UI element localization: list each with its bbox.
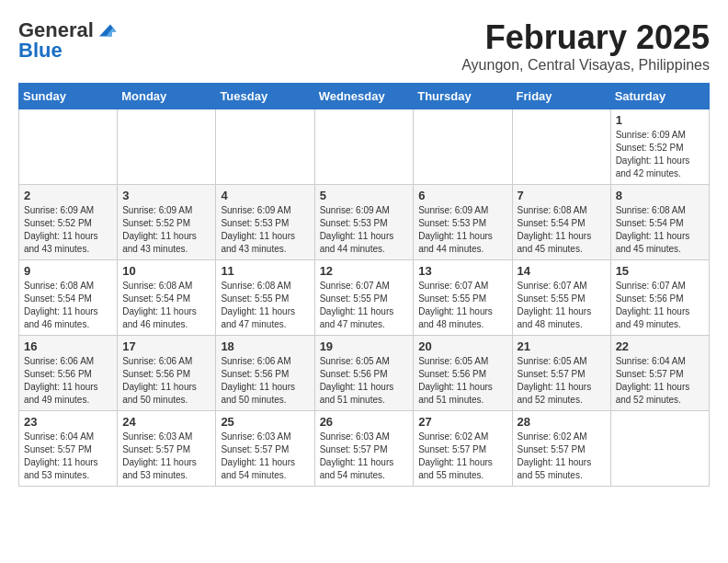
day-cell-9: 9Sunrise: 6:08 AM Sunset: 5:54 PM Daylig…	[19, 260, 118, 336]
day-number: 5	[320, 189, 409, 202]
day-info: Sunrise: 6:07 AM Sunset: 5:55 PM Dayligh…	[320, 280, 409, 331]
day-number: 17	[122, 339, 210, 353]
day-cell-16: 16Sunrise: 6:06 AM Sunset: 5:56 PM Dayli…	[19, 336, 118, 411]
day-cell-14: 14Sunrise: 6:07 AM Sunset: 5:55 PM Dayli…	[512, 260, 610, 336]
day-info: Sunrise: 6:08 AM Sunset: 5:54 PM Dayligh…	[122, 280, 210, 331]
week-row-3: 9Sunrise: 6:08 AM Sunset: 5:54 PM Daylig…	[19, 260, 710, 336]
weekday-header-saturday: Saturday	[610, 84, 709, 109]
day-number: 15	[616, 264, 704, 278]
day-number: 20	[418, 339, 506, 353]
calendar: SundayMondayTuesdayWednesdayThursdayFrid…	[18, 83, 710, 487]
day-cell-19: 19Sunrise: 6:05 AM Sunset: 5:56 PM Dayli…	[314, 336, 414, 411]
logo: General Blue	[18, 18, 118, 63]
location-title: Ayungon, Central Visayas, Philippines	[461, 57, 710, 74]
day-cell-13: 13Sunrise: 6:07 AM Sunset: 5:55 PM Dayli…	[414, 260, 512, 336]
day-cell-4: 4Sunrise: 6:09 AM Sunset: 5:53 PM Daylig…	[216, 185, 314, 260]
day-number: 28	[518, 415, 606, 429]
day-number: 26	[320, 415, 409, 429]
month-title: February 2025	[461, 18, 710, 57]
day-info: Sunrise: 6:03 AM Sunset: 5:57 PM Dayligh…	[122, 431, 210, 482]
weekday-header-wednesday: Wednesday	[314, 84, 414, 109]
day-cell-18: 18Sunrise: 6:06 AM Sunset: 5:56 PM Dayli…	[216, 336, 314, 411]
empty-cell	[216, 109, 314, 185]
day-number: 9	[24, 264, 112, 278]
day-cell-3: 3Sunrise: 6:09 AM Sunset: 5:52 PM Daylig…	[118, 185, 216, 260]
day-cell-27: 27Sunrise: 6:02 AM Sunset: 5:57 PM Dayli…	[414, 411, 512, 487]
empty-cell	[414, 109, 512, 185]
week-row-2: 2Sunrise: 6:09 AM Sunset: 5:52 PM Daylig…	[19, 185, 710, 260]
day-number: 19	[320, 339, 409, 353]
day-number: 16	[24, 339, 112, 353]
day-info: Sunrise: 6:08 AM Sunset: 5:54 PM Dayligh…	[24, 280, 112, 331]
day-info: Sunrise: 6:04 AM Sunset: 5:57 PM Dayligh…	[616, 355, 704, 407]
day-info: Sunrise: 6:08 AM Sunset: 5:54 PM Dayligh…	[518, 204, 606, 256]
day-info: Sunrise: 6:06 AM Sunset: 5:56 PM Dayligh…	[221, 355, 309, 407]
week-row-4: 16Sunrise: 6:06 AM Sunset: 5:56 PM Dayli…	[19, 336, 710, 411]
day-number: 23	[24, 415, 112, 429]
day-number: 3	[122, 189, 210, 202]
day-cell-26: 26Sunrise: 6:03 AM Sunset: 5:57 PM Dayli…	[314, 411, 414, 487]
day-info: Sunrise: 6:09 AM Sunset: 5:52 PM Dayligh…	[24, 204, 112, 256]
day-info: Sunrise: 6:09 AM Sunset: 5:53 PM Dayligh…	[418, 204, 506, 256]
day-cell-7: 7Sunrise: 6:08 AM Sunset: 5:54 PM Daylig…	[512, 185, 610, 260]
day-info: Sunrise: 6:07 AM Sunset: 5:56 PM Dayligh…	[616, 280, 704, 331]
day-number: 25	[221, 415, 309, 429]
day-number: 7	[518, 189, 606, 202]
empty-cell	[610, 411, 709, 487]
day-number: 2	[24, 189, 112, 202]
weekday-header-friday: Friday	[512, 84, 610, 109]
day-info: Sunrise: 6:08 AM Sunset: 5:55 PM Dayligh…	[221, 280, 309, 331]
day-cell-2: 2Sunrise: 6:09 AM Sunset: 5:52 PM Daylig…	[19, 185, 118, 260]
day-cell-1: 1Sunrise: 6:09 AM Sunset: 5:52 PM Daylig…	[610, 109, 709, 185]
logo-blue-text: Blue	[18, 39, 63, 62]
day-info: Sunrise: 6:04 AM Sunset: 5:57 PM Dayligh…	[24, 431, 112, 482]
day-info: Sunrise: 6:03 AM Sunset: 5:57 PM Dayligh…	[320, 431, 409, 482]
day-info: Sunrise: 6:07 AM Sunset: 5:55 PM Dayligh…	[518, 280, 606, 331]
day-cell-8: 8Sunrise: 6:08 AM Sunset: 5:54 PM Daylig…	[610, 185, 709, 260]
day-info: Sunrise: 6:03 AM Sunset: 5:57 PM Dayligh…	[221, 431, 309, 482]
day-info: Sunrise: 6:09 AM Sunset: 5:52 PM Dayligh…	[122, 204, 210, 256]
day-cell-5: 5Sunrise: 6:09 AM Sunset: 5:53 PM Daylig…	[314, 185, 414, 260]
day-number: 12	[320, 264, 409, 278]
day-cell-11: 11Sunrise: 6:08 AM Sunset: 5:55 PM Dayli…	[216, 260, 314, 336]
day-number: 27	[418, 415, 506, 429]
empty-cell	[19, 109, 118, 185]
day-cell-23: 23Sunrise: 6:04 AM Sunset: 5:57 PM Dayli…	[19, 411, 118, 487]
day-number: 18	[221, 339, 309, 353]
weekday-header-monday: Monday	[118, 84, 216, 109]
week-row-5: 23Sunrise: 6:04 AM Sunset: 5:57 PM Dayli…	[19, 411, 710, 487]
day-number: 8	[616, 189, 704, 202]
weekday-header-tuesday: Tuesday	[216, 84, 314, 109]
day-number: 13	[418, 264, 506, 278]
day-info: Sunrise: 6:07 AM Sunset: 5:55 PM Dayligh…	[418, 280, 506, 331]
empty-cell	[314, 109, 414, 185]
day-cell-17: 17Sunrise: 6:06 AM Sunset: 5:56 PM Dayli…	[118, 336, 216, 411]
header: General Blue February 2025 Ayungon, Cent…	[18, 18, 710, 74]
day-number: 11	[221, 264, 309, 278]
day-number: 22	[616, 339, 704, 353]
week-row-1: 1Sunrise: 6:09 AM Sunset: 5:52 PM Daylig…	[19, 109, 710, 185]
day-cell-20: 20Sunrise: 6:05 AM Sunset: 5:56 PM Dayli…	[414, 336, 512, 411]
day-cell-6: 6Sunrise: 6:09 AM Sunset: 5:53 PM Daylig…	[414, 185, 512, 260]
page: General Blue February 2025 Ayungon, Cent…	[0, 0, 728, 496]
day-cell-12: 12Sunrise: 6:07 AM Sunset: 5:55 PM Dayli…	[314, 260, 414, 336]
weekday-header-thursday: Thursday	[414, 84, 512, 109]
day-info: Sunrise: 6:02 AM Sunset: 5:57 PM Dayligh…	[418, 431, 506, 482]
day-cell-21: 21Sunrise: 6:05 AM Sunset: 5:57 PM Dayli…	[512, 336, 610, 411]
weekday-header-row: SundayMondayTuesdayWednesdayThursdayFrid…	[19, 84, 710, 109]
day-info: Sunrise: 6:06 AM Sunset: 5:56 PM Dayligh…	[122, 355, 210, 407]
logo-icon	[96, 19, 118, 41]
empty-cell	[512, 109, 610, 185]
empty-cell	[118, 109, 216, 185]
title-block: February 2025 Ayungon, Central Visayas, …	[461, 18, 710, 74]
day-info: Sunrise: 6:05 AM Sunset: 5:56 PM Dayligh…	[320, 355, 409, 407]
day-info: Sunrise: 6:09 AM Sunset: 5:53 PM Dayligh…	[221, 204, 309, 256]
day-number: 6	[418, 189, 506, 202]
day-cell-28: 28Sunrise: 6:02 AM Sunset: 5:57 PM Dayli…	[512, 411, 610, 487]
day-info: Sunrise: 6:05 AM Sunset: 5:57 PM Dayligh…	[518, 355, 606, 407]
day-cell-15: 15Sunrise: 6:07 AM Sunset: 5:56 PM Dayli…	[610, 260, 709, 336]
day-number: 4	[221, 189, 309, 202]
day-info: Sunrise: 6:09 AM Sunset: 5:52 PM Dayligh…	[616, 129, 704, 180]
day-info: Sunrise: 6:08 AM Sunset: 5:54 PM Dayligh…	[616, 204, 704, 256]
day-cell-10: 10Sunrise: 6:08 AM Sunset: 5:54 PM Dayli…	[118, 260, 216, 336]
